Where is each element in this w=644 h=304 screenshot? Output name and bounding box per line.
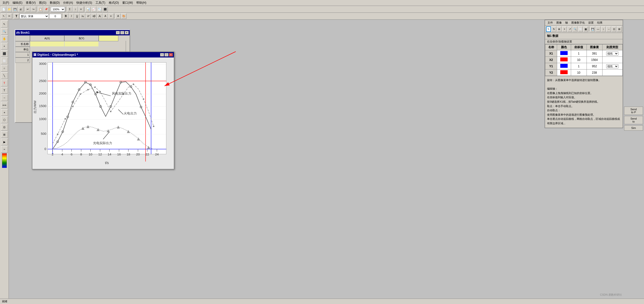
sidebar-draw5[interactable]: ╲ <box>1 72 8 79</box>
sidebar-draw2[interactable]: ⬛ <box>1 50 8 57</box>
copy-btn[interactable]: 📋 <box>38 7 43 12</box>
sidebar-draw6[interactable]: T <box>1 80 8 86</box>
tb5[interactable]: 📈 <box>91 7 96 12</box>
menu-graph[interactable]: 图(G) <box>38 0 48 6</box>
book1-close[interactable]: × <box>125 31 129 34</box>
rp-btn-arrow[interactable]: → <box>606 26 611 32</box>
cell-a-longname[interactable] <box>30 41 64 47</box>
sidebar-draw12[interactable]: Ω <box>1 124 8 131</box>
axis-y1-scale-select[interactable]: 线性 <box>606 64 618 68</box>
redo-btn[interactable]: ↪ <box>31 7 36 12</box>
open-btn[interactable]: 📁 <box>7 7 12 12</box>
alpha-btn[interactable]: αβ <box>91 14 97 19</box>
cell-b-unit[interactable] <box>64 47 99 52</box>
tb3[interactable]: ≡ <box>78 7 84 12</box>
digitize-maximize[interactable]: □ <box>164 53 168 56</box>
rp-btn-rect1[interactable]: ⬜ <box>578 26 583 32</box>
menu-help[interactable]: 帮助(H) <box>135 0 148 6</box>
rp-btn-plus[interactable]: + <box>562 26 567 32</box>
send-to-btn[interactable]: Send to <box>624 116 643 124</box>
rp-btn-move[interactable]: ⊕ <box>557 26 562 32</box>
axis-y2-coord[interactable]: 10 <box>571 70 586 76</box>
sidebar-color-bar[interactable] <box>2 153 7 168</box>
sidebar-draw3[interactable]: ⬜ <box>1 58 8 64</box>
rp-btn-line2[interactable]: ↕ <box>601 26 606 32</box>
rp-btn-select[interactable]: ↖ <box>546 26 551 32</box>
axis-y1-coord[interactable]: 1 <box>571 63 586 70</box>
subscript-btn[interactable]: x₂ <box>80 14 86 19</box>
book1-maximize[interactable]: □ <box>120 31 124 34</box>
text-btn[interactable]: T <box>14 14 19 19</box>
sidebar-draw4[interactable]: ○ <box>1 65 8 72</box>
menu-tools[interactable]: 工具(T) <box>94 0 106 6</box>
axis-x1-scale-select[interactable]: 线性 <box>606 52 618 56</box>
cursor-btn[interactable]: ↖ <box>1 14 6 19</box>
axis-y2-pixel[interactable]: 238 <box>586 70 602 76</box>
rp-menu-image[interactable]: 图像 <box>555 20 563 25</box>
cell-b-longname[interactable] <box>64 41 99 47</box>
axis-x1-pixel[interactable]: 391 <box>586 50 602 57</box>
rp-menu-settings[interactable]: 设置 <box>587 20 595 25</box>
align-btn[interactable]: ≡ <box>108 14 114 19</box>
menu-analysis[interactable]: 分析(A) <box>62 0 74 6</box>
new-btn[interactable]: 📄 <box>1 7 6 12</box>
tb6[interactable]: 📉 <box>97 7 102 12</box>
superscript-btn[interactable]: x² <box>86 14 91 19</box>
sidebar-draw8[interactable]: → <box>1 94 8 101</box>
undo-btn[interactable]: ↩ <box>25 7 30 12</box>
font-size-input[interactable] <box>49 14 62 19</box>
rp-btn-cursor[interactable]: ↗ <box>568 26 572 32</box>
font-increase-btn[interactable]: A <box>97 14 102 19</box>
axis-x1-scale[interactable]: 线性 <box>602 50 622 57</box>
fill-btn[interactable]: 🎨 <box>121 14 126 19</box>
axis-y1-color[interactable] <box>557 63 571 70</box>
rp-btn-rotate[interactable]: ↻ <box>552 26 556 32</box>
tb2[interactable]: ↕ <box>73 7 78 12</box>
rp-menu-file[interactable]: 文件 <box>546 20 554 25</box>
sidebar-draw9[interactable]: ⟺ <box>1 102 8 108</box>
send-to-p-btn[interactable]: Send to P <box>624 106 643 115</box>
italic-btn[interactable]: I <box>69 14 74 19</box>
sidebar-draw14[interactable]: ▶ <box>1 138 8 145</box>
font-decrease-btn[interactable]: A <box>103 14 108 19</box>
axis-y1-pixel[interactable]: 952 <box>586 63 602 70</box>
book1-minimize[interactable]: − <box>116 31 120 34</box>
save-btn[interactable]: 💾 <box>12 7 18 12</box>
axis-x2-pixel[interactable]: 1564 <box>586 57 602 63</box>
sidebar-draw7[interactable]: T <box>1 87 8 94</box>
tb7[interactable]: ⬛ <box>102 7 108 12</box>
sidebar-draw13[interactable]: ⊞ <box>1 131 8 138</box>
rp-btn-rect2[interactable]: ▩ <box>583 26 588 32</box>
zoom-select[interactable]: 100% <box>51 7 65 12</box>
axis-x1-coord[interactable]: 1 <box>571 50 586 57</box>
menu-view[interactable]: 查看(V) <box>24 0 37 6</box>
menu-format[interactable]: 格式(O) <box>107 0 120 6</box>
rp-btn-zoom[interactable]: 🔍 <box>572 26 578 32</box>
underline-btn[interactable]: U <box>74 14 80 19</box>
axis-x1-color[interactable] <box>557 50 571 57</box>
zoom-btn[interactable]: 100% <box>50 7 65 12</box>
menu-file[interactable]: 文(F) <box>1 0 10 6</box>
rp-btn-line1[interactable]: — <box>596 26 600 32</box>
rp-btn-grid[interactable]: ⊞ <box>617 26 622 32</box>
cell-c-unit[interactable] <box>99 47 118 52</box>
axis-x2-coord[interactable]: 10 <box>571 57 586 63</box>
rp-btn-zoom2[interactable]: ⊡ <box>612 26 616 32</box>
bold-btn[interactable]: B <box>63 14 68 19</box>
color-btn[interactable]: A <box>116 14 121 19</box>
sidebar-draw15[interactable]: ≈ <box>1 146 8 153</box>
digitize-minimize[interactable]: − <box>160 53 164 56</box>
rp-btn-save1[interactable]: 💾 <box>590 26 595 32</box>
menu-window[interactable]: 窗口(W) <box>121 0 134 6</box>
sidebar-pan[interactable]: ✋ <box>1 35 8 42</box>
digitize-close[interactable]: × <box>169 53 173 56</box>
sidebar-zoom[interactable]: 🔍 <box>1 28 8 35</box>
menu-quick-analysis[interactable]: 快捷分析(S) <box>75 0 94 6</box>
sim-btn[interactable]: Sim <box>624 125 643 131</box>
paste-btn[interactable]: 📌 <box>44 7 49 12</box>
axis-y2-color[interactable] <box>557 70 571 76</box>
font-select[interactable]: 默认: 宋体 <box>20 14 49 19</box>
print-btn[interactable]: 🖨 <box>18 7 23 12</box>
draw-btn[interactable]: ✏ <box>7 14 12 19</box>
axis-y1-scale[interactable]: 线性 <box>602 63 622 70</box>
